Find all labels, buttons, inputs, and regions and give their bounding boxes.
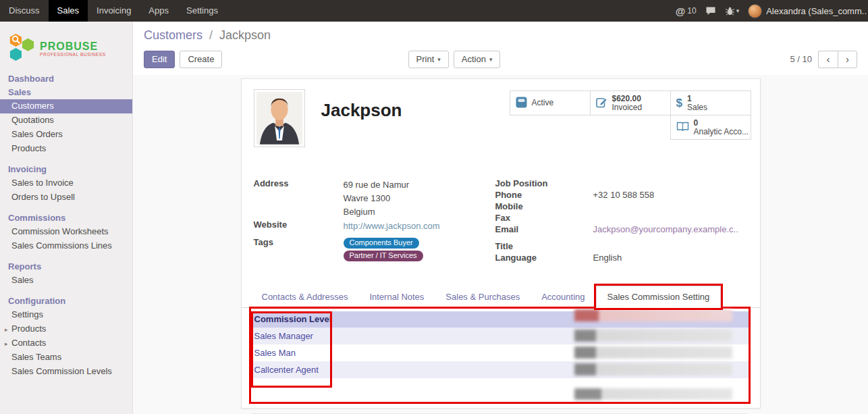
messages-bubble-icon[interactable]	[705, 6, 716, 16]
customer-photo[interactable]	[254, 89, 305, 147]
commission-level-cell: Sales Man	[254, 348, 296, 358]
logo-subtitle: PROFESSIONAL BUSINESS	[40, 52, 106, 57]
pencil-square-icon	[596, 97, 607, 110]
pager-next-button[interactable]: ›	[838, 51, 857, 68]
sidebar-item-products-config[interactable]: ▸ Products	[0, 322, 132, 336]
tag-components-buyer[interactable]: Components Buyer	[344, 238, 419, 249]
print-dropdown[interactable]: Print ▾	[408, 51, 449, 68]
control-panel-buttons: Edit Create Print ▾ Action ▾ 5 / 10 ‹ ›	[144, 50, 857, 68]
sidebar-item-dashboard[interactable]: Dashboard	[0, 72, 132, 86]
stat-label: Invoiced	[612, 103, 643, 112]
create-button[interactable]: Create	[180, 51, 222, 68]
language-field: Language English	[495, 253, 751, 263]
redacted-cell	[574, 330, 732, 342]
user-name: Alexandra (Sales_comm..	[766, 6, 867, 16]
address-line: Wavre 1300	[344, 192, 495, 205]
sidebar-item-settings[interactable]: Settings	[0, 308, 132, 322]
menu-discuss[interactable]: Discuss	[0, 0, 49, 22]
breadcrumb-customers-link[interactable]: Customers	[144, 28, 202, 42]
annotation-table-box: Commission Level Sales Manager Sales Man…	[249, 307, 751, 404]
sidebar-item-contacts-config[interactable]: ▸ Contacts	[0, 336, 132, 351]
sidebar-item-sales-commission-levels[interactable]: Sales Commission Levels	[0, 365, 132, 379]
tab-accounting[interactable]: Accounting	[531, 286, 595, 307]
address-label: Address	[254, 178, 344, 189]
table-row-sales-manager[interactable]: Sales Manager	[251, 328, 749, 344]
sidebar-item-orders-to-upsell[interactable]: Orders to Upsell	[0, 190, 132, 205]
website-label: Website	[254, 219, 344, 230]
stat-buttons: Active $620.00 Invoiced	[510, 91, 751, 140]
sidebar-section-invoicing[interactable]: Invoicing	[0, 163, 132, 176]
address-value: 69 rue de Namur Wavre 1300 Belgium	[344, 178, 495, 219]
menu-apps[interactable]: Apps	[140, 0, 178, 22]
sidebar-item-reports-sales[interactable]: Sales	[0, 274, 132, 288]
email-link[interactable]: Jackpson@yourcompany.example.c..	[593, 224, 738, 234]
breadcrumb-current: Jackpson	[219, 28, 271, 42]
sidebar-item-sales-orders[interactable]: Sales Orders	[0, 128, 132, 142]
sidebar-item-sales-to-invoice[interactable]: Sales to Invoice	[0, 176, 132, 190]
sidebar-item-quotations[interactable]: Quotations	[0, 113, 132, 128]
logo-hexagons-icon	[8, 32, 35, 64]
table-footer-row[interactable]	[251, 387, 749, 402]
sidebar-section-configuration[interactable]: Configuration	[0, 294, 132, 308]
language-label: Language	[495, 253, 593, 263]
breadcrumb: Customers / Jackpson	[144, 28, 857, 43]
pager: 5 / 10 ‹ ›	[790, 51, 857, 68]
job-position-label: Job Position	[495, 178, 593, 189]
table-row-sales-man[interactable]: Sales Man	[251, 344, 749, 361]
tags-field: Tags Components Buyer Partner / IT Servi…	[254, 237, 495, 261]
sidebar-section-commissions[interactable]: Commissions	[0, 211, 132, 225]
app-logo[interactable]: PROBUSE PROFESSIONAL BUSINESS	[0, 22, 132, 72]
debug-bug-icon[interactable]: ▾	[725, 7, 740, 16]
tag-partner-it-services[interactable]: Partner / IT Services	[344, 251, 423, 261]
active-stat-button[interactable]: Active	[510, 90, 591, 115]
edit-button[interactable]: Edit	[144, 51, 175, 68]
website-link[interactable]: http://www.jackpson.com	[344, 219, 440, 233]
sidebar-item-commission-worksheets[interactable]: Commission Worksheets	[0, 225, 132, 239]
tab-sales-purchases[interactable]: Sales & Purchases	[435, 286, 531, 307]
menu-settings[interactable]: Settings	[178, 0, 227, 22]
fields-right-column: Job Position Phone +32 10 588 558 Mobile…	[495, 178, 751, 264]
caret-down-icon: ▾	[489, 56, 493, 63]
user-menu[interactable]: Alexandra (Sales_comm..	[748, 4, 867, 18]
sidebar-section-reports[interactable]: Reports	[0, 260, 132, 274]
email-label: Email	[495, 224, 593, 235]
sidebar-section-sales[interactable]: Sales	[0, 86, 132, 99]
logo-title: PROBUSE	[40, 41, 106, 52]
fax-label: Fax	[495, 213, 593, 224]
sidebar-section: Invoicing Sales to Invoice Orders to Ups…	[0, 163, 132, 205]
stat-label: Active	[532, 99, 554, 107]
tags-label: Tags	[254, 237, 344, 248]
sidebar-section: Commissions Commission Worksheets Sales …	[0, 211, 132, 253]
stat-label: Sales	[687, 103, 707, 112]
sidebar-section: Reports Sales	[0, 260, 132, 288]
table-row-callcenter-agent[interactable]: Callcenter Agent	[251, 361, 749, 378]
sidebar-item-customers[interactable]: Customers	[0, 99, 132, 113]
record-buttons: Edit Create	[144, 51, 222, 68]
tab-internal-notes[interactable]: Internal Notes	[358, 286, 435, 307]
sheet-header: Jackpson Active	[242, 79, 760, 169]
sidebar-item-products[interactable]: Products	[0, 142, 132, 156]
mention-at-icon: @	[676, 5, 686, 17]
chevron-right-icon: ▸	[5, 339, 8, 348]
address-line: 69 rue de Namur	[344, 178, 495, 192]
print-label: Print	[416, 54, 435, 64]
sidebar-item-sales-teams[interactable]: Sales Teams	[0, 351, 132, 365]
commission-level-cell: Sales Manager	[254, 331, 313, 341]
sidebar-item-sales-commissions-lines[interactable]: Sales Commissions Lines	[0, 239, 132, 253]
sidebar-section: Sales Customers Quotations Sales Orders …	[0, 86, 132, 156]
menu-sales[interactable]: Sales	[49, 0, 88, 22]
invoiced-stat-button[interactable]: $620.00 Invoiced	[590, 90, 671, 115]
analytic-accounts-stat-button[interactable]: 0 Analytic Acco...	[670, 115, 751, 140]
commission-level-column-header: Commission Level	[254, 314, 332, 324]
phone-value: +32 10 588 558	[593, 190, 751, 201]
tab-contacts-addresses[interactable]: Contacts & Addresses	[251, 286, 359, 307]
mentions-counter[interactable]: @ 10	[676, 5, 697, 17]
stat-label: Analytic Acco...	[694, 128, 749, 136]
redacted-header-cells	[574, 309, 732, 321]
action-dropdown[interactable]: Action ▾	[454, 51, 501, 68]
sales-stat-button[interactable]: $ 1 Sales	[670, 90, 751, 115]
caret-down-icon: ▾	[437, 56, 441, 63]
pager-previous-button[interactable]: ‹	[818, 51, 838, 68]
tab-sales-commission-setting[interactable]: Sales Commission Setting	[596, 286, 722, 308]
menu-invoicing[interactable]: Invoicing	[88, 0, 140, 22]
